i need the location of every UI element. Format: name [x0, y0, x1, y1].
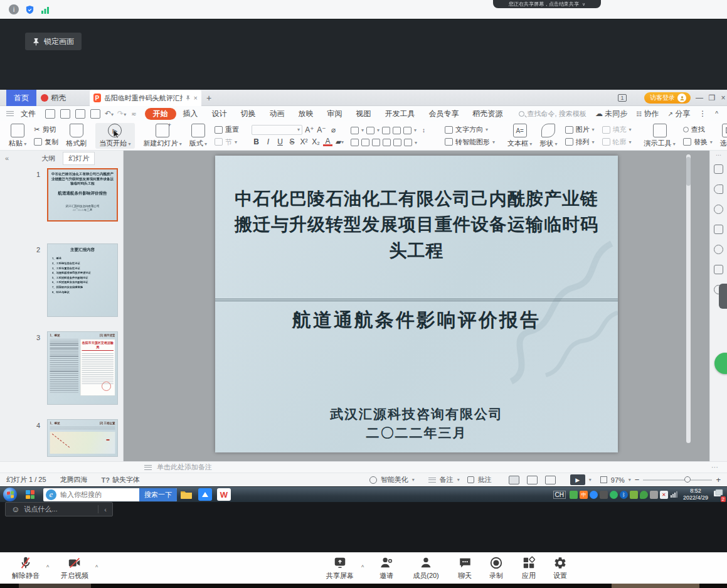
collapsed-panel-handle[interactable] [719, 284, 727, 309]
explorer-folder-icon[interactable] [179, 488, 193, 501]
language-indicator[interactable]: CH [553, 491, 566, 499]
slide-subtitle[interactable]: 航道通航条件影响评价报告 [215, 307, 618, 333]
overflow-menu-icon[interactable]: ⋮ [699, 109, 706, 118]
unmute-button[interactable]: 解除静音 [8, 556, 44, 580]
rail-more-icon[interactable]: ⋯ [710, 152, 727, 158]
wps-promo-green-button[interactable] [714, 353, 727, 374]
shapes-button[interactable]: 形状 ▾ [536, 123, 561, 149]
menu-devtools[interactable]: 开发工具 [378, 106, 422, 121]
taskbar-search-input[interactable] [59, 490, 139, 499]
menu-transition[interactable]: 切换 [234, 106, 263, 121]
tray-icon[interactable] [640, 491, 648, 499]
indent-increase-icon[interactable] [393, 127, 401, 134]
meeting-info-icon[interactable]: i [9, 4, 19, 14]
ie-browser-icon[interactable]: e [46, 489, 56, 500]
signal-tray-icon[interactable] [670, 491, 678, 499]
command-search[interactable]: 查找命令, 搜索模板 [519, 109, 586, 119]
align-center-icon[interactable] [361, 139, 369, 146]
chat-input-placeholder[interactable]: 说点什么... [24, 505, 57, 514]
align-left-icon[interactable] [351, 139, 359, 146]
select-button[interactable]: 选择 ▾ [716, 123, 727, 149]
sort-text-icon[interactable]: ↕ [419, 126, 428, 136]
tray-icon[interactable] [600, 491, 608, 499]
menu-file[interactable]: 文件 [14, 106, 43, 121]
menu-docer-res[interactable]: 稻壳资源 [466, 106, 510, 121]
print-icon[interactable] [75, 109, 85, 119]
find-button[interactable]: 查找 [683, 125, 713, 134]
hamburger-icon[interactable] [6, 111, 14, 116]
layout-button[interactable]: 版式 ▾ [186, 123, 211, 149]
arrange-button[interactable]: 排列▾ [565, 137, 595, 147]
menu-view[interactable]: 视图 [349, 106, 378, 121]
strikethrough-button[interactable]: S [287, 137, 297, 147]
tray-icon[interactable] [630, 491, 638, 499]
help-center-icon[interactable] [714, 245, 723, 254]
menu-review[interactable]: 审阅 [321, 106, 349, 121]
number-list-icon[interactable] [366, 127, 374, 134]
line-spacing-icon[interactable] [403, 127, 411, 134]
lock-screen-button[interactable]: 锁定画面 [25, 33, 82, 50]
fill-button[interactable]: 填充▾ [602, 125, 632, 134]
smart-beautify-button[interactable]: 智能美化 [381, 475, 408, 484]
guest-login-pill[interactable]: 访客登录 [644, 92, 691, 104]
reset-button[interactable]: 重置 [215, 125, 239, 134]
close-button[interactable]: × [718, 90, 727, 106]
minimize-button[interactable]: — [694, 90, 705, 106]
slide-1[interactable]: 中石化巴陵石油化工有限公司己内酰胺产业链搬迁与升级转型发展项目重件设备运输临时码… [215, 156, 618, 452]
tab-wps-home[interactable]: 首页 [6, 90, 36, 106]
text-direction-button[interactable]: 文字方向▾ [445, 125, 495, 134]
picture-button[interactable]: 图片▾ [565, 125, 595, 134]
taskbar-app-icon[interactable] [23, 488, 37, 501]
collapse-panel-icon[interactable]: « [5, 154, 9, 162]
font-name-combo[interactable]: ▾ [252, 125, 302, 135]
subscript-button[interactable]: X₂ [311, 137, 321, 147]
slide-title[interactable]: 中石化巴陵石油化工有限公司己内酰胺产业链搬迁与升级转型发展项目重件设备运输临时码… [229, 186, 604, 264]
mic-options-chevron[interactable]: ^ [46, 564, 49, 570]
canvas-scrollbar[interactable] [686, 154, 691, 443]
fit-window-icon[interactable] [600, 476, 607, 483]
print-preview-icon[interactable] [90, 109, 100, 119]
smart-beautify-icon[interactable] [714, 205, 723, 214]
emoji-icon[interactable]: ☺ [11, 505, 19, 514]
taskbar-clock[interactable]: 8:52 2022/4/29 [683, 488, 708, 501]
superscript-button[interactable]: X² [299, 137, 309, 147]
redo-icon[interactable]: ↷▾ [117, 109, 126, 118]
save-as-icon[interactable] [60, 109, 70, 119]
new-slide-button[interactable]: + 新建幻灯片 ▾ [140, 123, 186, 149]
play-from-current-button[interactable]: ▶ 当页开始 ▾ [95, 123, 134, 149]
section-button[interactable]: 节▾ [215, 137, 239, 147]
notes-more-icon[interactable]: ⋯ [711, 463, 718, 471]
wps-taskbar-icon[interactable]: W [217, 488, 231, 501]
font-color-button[interactable]: A [323, 138, 332, 146]
menu-animation[interactable]: 动画 [263, 106, 292, 121]
meeting-protect-shield-icon[interactable] [24, 4, 34, 14]
paste-button[interactable]: 粘贴 ▾ [5, 123, 30, 149]
zoom-level[interactable]: 97% [611, 476, 625, 484]
network-tray-icon[interactable]: ✕ [660, 491, 668, 499]
tab-docer[interactable]: 稻壳 [36, 90, 70, 106]
align-right-icon[interactable] [372, 139, 380, 146]
share-options-chevron[interactable]: ^ [361, 564, 364, 570]
collaborate-button[interactable]: ☷ 协作 [636, 109, 659, 119]
cut-button[interactable]: ✂剪切 [34, 125, 58, 134]
share-button[interactable]: ↗ 分享 [668, 109, 691, 119]
tray-icon[interactable]: 中 [580, 491, 588, 499]
bullet-list-icon[interactable] [351, 127, 359, 134]
media-library-icon[interactable] [714, 265, 723, 274]
theme-name[interactable]: 龙腾四海 [60, 475, 88, 484]
invite-button[interactable]: 邀请 [371, 556, 401, 580]
indent-decrease-icon[interactable] [382, 127, 390, 134]
skin-center-icon[interactable] [714, 164, 723, 174]
slide-canvas[interactable]: 中石化巴陵石油化工有限公司己内酰胺产业链搬迁与升级转型发展项目重件设备运输临时码… [124, 151, 709, 461]
slide-thumbnail-4[interactable]: 1、概述 (2) 工程位置 [47, 419, 118, 457]
record-button[interactable]: 录制 [482, 556, 511, 580]
clear-format-button[interactable]: ⌀ [329, 125, 338, 135]
quick-access-icon[interactable] [714, 184, 723, 194]
bold-button[interactable]: B [252, 137, 261, 147]
zoom-out-button[interactable]: − [635, 475, 640, 484]
tencent-meeting-icon[interactable] [198, 488, 212, 501]
notes-toggle-button[interactable]: 备注 [440, 475, 454, 484]
columns-icon[interactable] [404, 139, 412, 146]
outline-tab[interactable]: 大纲 [41, 154, 55, 163]
replace-button[interactable]: 替换▾ [683, 137, 713, 147]
